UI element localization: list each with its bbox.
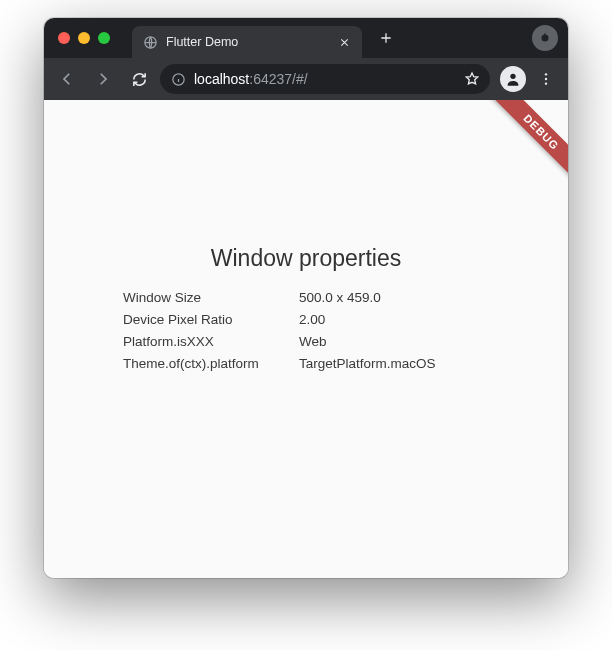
prop-value: 500.0 x 459.0 [299,290,489,305]
new-tab-button[interactable] [374,26,398,50]
close-tab-button[interactable] [336,34,352,50]
page-title: Window properties [211,245,401,272]
svg-point-1 [542,35,549,42]
forward-button[interactable] [88,64,118,94]
svg-point-7 [545,78,547,80]
url-text: localhost:64237/#/ [194,71,456,87]
window-controls [58,32,110,44]
url-host: localhost [194,71,249,87]
tab-title: Flutter Demo [166,35,328,49]
profile-button[interactable] [500,66,526,92]
prop-label: Device Pixel Ratio [123,312,299,327]
properties-table: Window Size 500.0 x 459.0 Device Pixel R… [123,290,489,371]
prop-value: Web [299,334,489,349]
reload-button[interactable] [124,64,154,94]
prop-label: Platform.isXXX [123,334,299,349]
address-bar[interactable]: localhost:64237/#/ [160,64,490,94]
prop-value: 2.00 [299,312,489,327]
page-viewport: DEBUG Window properties Window Size 500.… [44,100,568,578]
minimize-window-button[interactable] [78,32,90,44]
svg-point-5 [510,74,515,79]
incognito-toggle-button[interactable] [532,25,558,51]
close-window-button[interactable] [58,32,70,44]
bookmark-button[interactable] [464,71,480,87]
fullscreen-window-button[interactable] [98,32,110,44]
svg-point-8 [545,82,547,84]
browser-tab[interactable]: Flutter Demo [132,26,362,58]
menu-button[interactable] [532,65,560,93]
site-info-icon[interactable] [170,71,186,87]
browser-window: Flutter Demo [44,18,568,578]
back-button[interactable] [52,64,82,94]
browser-toolbar: localhost:64237/#/ [44,58,568,100]
globe-icon [142,34,158,50]
svg-point-6 [545,73,547,75]
url-rest: :64237/#/ [249,71,307,87]
prop-value: TargetPlatform.macOS [299,356,489,371]
prop-label: Theme.of(ctx).platform [123,356,299,371]
page-content: Window properties Window Size 500.0 x 45… [44,100,568,578]
tab-strip: Flutter Demo [44,18,568,58]
prop-label: Window Size [123,290,299,305]
